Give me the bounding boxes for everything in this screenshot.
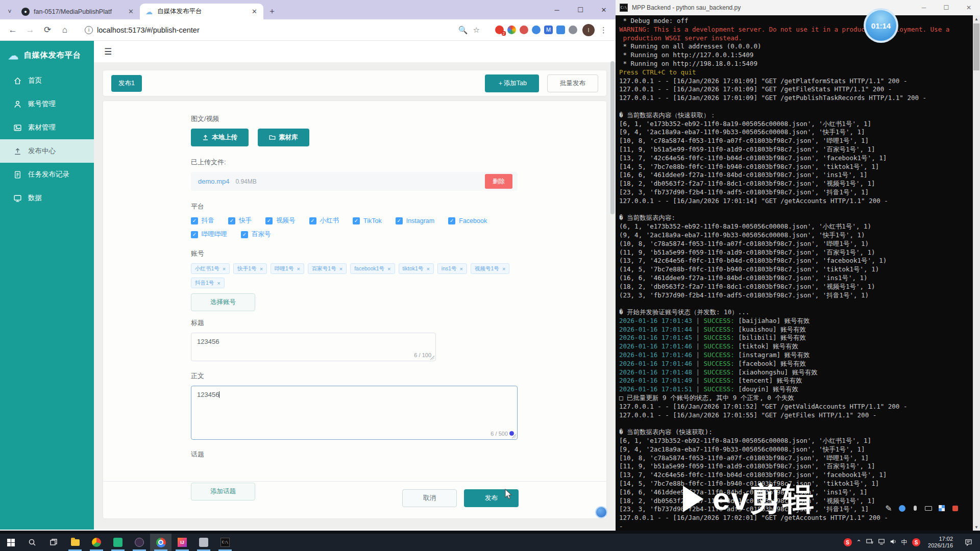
tab-close-icon[interactable]: ✕ <box>127 8 135 15</box>
taskbar-ide-icon[interactable]: IJ <box>172 534 193 551</box>
taskbar-terminal-icon[interactable]: C:\ <box>214 534 236 551</box>
sidebar-item-upload[interactable]: 发布中心 <box>0 139 94 163</box>
search-icon[interactable]: 🔍 <box>458 26 468 35</box>
sidebar-item-data[interactable]: 数据 <box>0 186 94 210</box>
extension-icon[interactable] <box>495 26 504 34</box>
stop-icon[interactable] <box>951 504 959 512</box>
add-tab-button[interactable]: ＋添加Tab <box>485 74 539 92</box>
tag-remove-icon[interactable]: × <box>339 266 342 272</box>
terminal-scrollbar[interactable]: ▲ ▼ <box>973 15 980 531</box>
cancel-button[interactable]: 取消 <box>402 489 457 507</box>
address-bar[interactable]: i localhost:5173/#/publish-center 🔍 ☆ <box>79 22 486 38</box>
tray-ime-indicator[interactable]: 中 <box>901 538 908 547</box>
platform-checkbox-Instagram[interactable]: ✓Instagram <box>396 216 435 225</box>
keyboard-icon[interactable] <box>924 504 933 512</box>
forward-icon[interactable]: → <box>22 22 38 38</box>
tray-volume-icon[interactable] <box>890 538 897 546</box>
platform-checkbox-百家号[interactable]: ✓百家号 <box>241 230 271 239</box>
page-scrollbar[interactable] <box>610 61 615 214</box>
resize-grip[interactable] <box>512 434 516 438</box>
extension-icon[interactable] <box>520 26 528 34</box>
platform-checkbox-快手[interactable]: ✓快手 <box>228 216 252 225</box>
batch-publish-button[interactable]: 批量发布 <box>547 74 598 92</box>
site-info-icon[interactable]: i <box>85 26 93 34</box>
platform-checkbox-哔哩哔哩[interactable]: ✓哔哩哔哩 <box>191 230 227 239</box>
title-input[interactable]: 123456 6 / 100 <box>191 333 436 361</box>
tag-remove-icon[interactable]: × <box>217 280 220 286</box>
tag-remove-icon[interactable]: × <box>426 266 429 272</box>
tag-remove-icon[interactable]: × <box>502 266 505 272</box>
tray-expand-icon[interactable]: ⌃ <box>856 539 862 546</box>
pen-icon[interactable]: ✎ <box>885 504 893 512</box>
minimize-button[interactable]: ─ <box>545 0 569 19</box>
taskbar-file-explorer-icon[interactable] <box>64 534 86 551</box>
taskbar-app4-icon[interactable] <box>193 534 214 551</box>
float-assistant-bubble[interactable] <box>595 506 607 518</box>
select-account-button[interactable]: 选择账号 <box>191 293 255 311</box>
platform-checkbox-抖音[interactable]: ✓抖音 <box>191 216 214 225</box>
terminal-titlebar[interactable]: C:\ MPP Backend - python sau_backend.py … <box>616 0 980 15</box>
tag-remove-icon[interactable]: × <box>297 266 300 272</box>
tab-search-chevron-icon[interactable]: ˅ <box>3 4 16 19</box>
new-tab-button[interactable]: ＋ <box>265 5 279 18</box>
scroll-down-icon[interactable]: ▼ <box>973 523 980 531</box>
delete-file-button[interactable]: 删除 <box>485 174 512 189</box>
grid-icon[interactable] <box>938 504 946 512</box>
platform-checkbox-视频号[interactable]: ✓视频号 <box>265 216 296 225</box>
terminal-minimize-button[interactable]: ─ <box>913 0 935 15</box>
tag-remove-icon[interactable]: × <box>260 266 263 272</box>
terminal-close-button[interactable]: ✕ <box>958 0 980 15</box>
scroll-thumb[interactable] <box>973 23 979 70</box>
extensions-puzzle-icon[interactable] <box>569 26 577 34</box>
platform-checkbox-Facebook[interactable]: ✓Facebook <box>448 216 487 225</box>
hamburger-icon[interactable]: ☰ <box>104 46 112 57</box>
back-icon[interactable]: ← <box>5 22 20 38</box>
tab-close-icon[interactable]: ✕ <box>251 8 258 15</box>
task-view-icon[interactable] <box>43 534 64 551</box>
profile-avatar[interactable]: l <box>582 24 595 36</box>
extension-icon[interactable] <box>532 26 541 34</box>
mic-icon[interactable] <box>911 504 919 512</box>
notification-center-icon[interactable] <box>961 539 976 546</box>
tag-remove-icon[interactable]: × <box>460 266 463 272</box>
taskbar-app2-icon[interactable] <box>107 534 129 551</box>
extension-icon[interactable]: M <box>544 26 553 34</box>
maximize-button[interactable]: ☐ <box>569 0 592 19</box>
scroll-up-icon[interactable]: ▲ <box>973 15 980 22</box>
add-topic-button[interactable]: 添加话题 <box>191 483 255 500</box>
extension-icon[interactable] <box>507 26 516 34</box>
taskbar-app3-icon[interactable] <box>129 534 150 551</box>
tray-network-icon[interactable] <box>878 538 885 546</box>
tray-sogou-icon[interactable]: S <box>912 538 920 546</box>
tag-remove-icon[interactable]: × <box>387 266 390 272</box>
bookmark-star-icon[interactable]: ☆ <box>473 26 480 35</box>
browser-menu-icon[interactable]: ⋮ <box>597 26 610 35</box>
tag-remove-icon[interactable]: × <box>223 266 226 272</box>
sidebar-item-home[interactable]: 首页 <box>0 69 94 92</box>
browser-tab-github[interactable]: ● fan-0517/MediaPublishPlatf ✕ <box>16 4 140 19</box>
sidebar-item-user[interactable]: 账号管理 <box>0 92 94 116</box>
start-button[interactable] <box>0 534 21 551</box>
close-button[interactable]: ✕ <box>592 0 616 19</box>
publish-tab-button[interactable]: 发布1 <box>111 75 142 92</box>
tray-input-icon[interactable]: S <box>844 538 852 546</box>
sidebar-item-image[interactable]: 素材管理 <box>0 116 94 139</box>
emoji-icon[interactable] <box>898 504 906 512</box>
sidebar-item-doc[interactable]: 任务发布记录 <box>0 163 94 186</box>
file-link[interactable]: demo.mp4 <box>198 178 229 185</box>
taskbar-search-icon[interactable] <box>21 534 43 551</box>
taskbar-clock[interactable]: 17:02 2026/1/16 <box>925 536 956 549</box>
terminal-maximize-button[interactable]: ☐ <box>935 0 958 15</box>
resize-grip[interactable] <box>430 356 434 360</box>
reload-icon[interactable]: ⟳ <box>40 22 55 38</box>
home-icon[interactable]: ⌂ <box>57 22 72 38</box>
local-upload-button[interactable]: 本地上传 <box>191 129 249 146</box>
platform-checkbox-TikTok[interactable]: ✓TikTok <box>353 216 382 225</box>
taskbar-app1-icon[interactable] <box>86 534 107 551</box>
extension-icon[interactable] <box>556 26 565 34</box>
tray-tablet-icon[interactable] <box>866 538 873 546</box>
taskbar-chrome-icon[interactable] <box>150 534 172 551</box>
material-library-button[interactable]: 素材库 <box>258 129 309 146</box>
browser-tab-app[interactable]: ☁ 自媒体发布平台 ✕ <box>140 4 263 19</box>
body-input[interactable]: 123456 6 / 500 <box>191 386 518 440</box>
